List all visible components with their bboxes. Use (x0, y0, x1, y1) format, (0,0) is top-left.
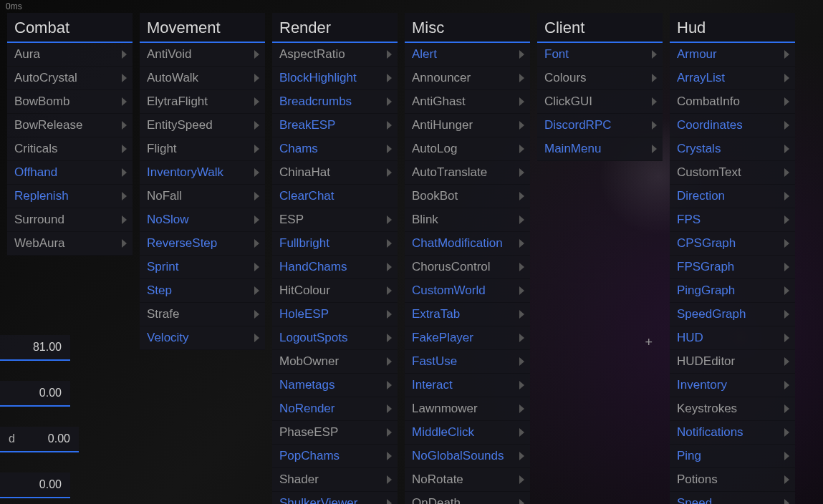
chevron-right-icon[interactable] (784, 475, 789, 484)
chevron-right-icon[interactable] (784, 74, 789, 82)
panel-item-discordrpc[interactable]: DiscordRPC (537, 114, 663, 137)
panel-item-blockhighlight[interactable]: BlockHighlight (272, 67, 398, 90)
panel-movement[interactable]: MovementAntiVoidAutoWalkElytraFlightEnti… (140, 13, 265, 350)
chevron-right-icon[interactable] (254, 310, 259, 319)
chevron-right-icon[interactable] (784, 334, 789, 342)
chevron-right-icon[interactable] (387, 334, 392, 342)
chevron-right-icon[interactable] (387, 145, 392, 153)
panel-item-interact[interactable]: Interact (405, 374, 530, 397)
chevron-right-icon[interactable] (784, 357, 789, 366)
panel-item-fps[interactable]: FPS (670, 208, 795, 232)
chevron-right-icon[interactable] (122, 215, 127, 224)
panel-item-mobowner[interactable]: MobOwner (272, 350, 398, 374)
panel-item-direction[interactable]: Direction (670, 185, 795, 208)
panel-header-client[interactable]: Client (537, 13, 663, 43)
chevron-right-icon[interactable] (254, 286, 259, 295)
chevron-right-icon[interactable] (387, 50, 392, 59)
chevron-right-icon[interactable] (784, 428, 789, 437)
panel-item-colours[interactable]: Colours (537, 67, 663, 90)
panel-item-reversestep[interactable]: ReverseStep (140, 232, 265, 256)
side-value-0[interactable]: 81.00 (0, 335, 70, 361)
chevron-right-icon[interactable] (254, 168, 259, 177)
chevron-right-icon[interactable] (387, 428, 392, 437)
chevron-right-icon[interactable] (519, 50, 524, 59)
panel-item-chams[interactable]: Chams (272, 137, 398, 161)
panel-item-inventorywalk[interactable]: InventoryWalk (140, 161, 265, 185)
chevron-right-icon[interactable] (254, 239, 259, 248)
panel-item-phaseesp[interactable]: PhaseESP (272, 421, 398, 445)
panel-item-bookbot[interactable]: BookBot (405, 185, 530, 208)
panel-hud[interactable]: HudArmourArrayListCombatInfoCoordinatesC… (670, 13, 795, 504)
chevron-right-icon[interactable] (519, 381, 524, 389)
chevron-right-icon[interactable] (519, 428, 524, 437)
panel-item-breakesp[interactable]: BreakESP (272, 114, 398, 137)
panel-item-fakeplayer[interactable]: FakePlayer (405, 326, 530, 350)
chevron-right-icon[interactable] (254, 74, 259, 82)
chevron-right-icon[interactable] (387, 74, 392, 82)
panel-item-ping[interactable]: Ping (670, 445, 795, 468)
panel-item-nametags[interactable]: Nametags (272, 374, 398, 397)
chevron-right-icon[interactable] (519, 239, 524, 248)
panel-item-notifications[interactable]: Notifications (670, 421, 795, 445)
chevron-right-icon[interactable] (784, 239, 789, 248)
panel-item-entityspeed[interactable]: EntitySpeed (140, 114, 265, 137)
chevron-right-icon[interactable] (387, 97, 392, 106)
panel-header-misc[interactable]: Misc (405, 13, 530, 43)
chevron-right-icon[interactable] (387, 168, 392, 177)
panel-item-shader[interactable]: Shader (272, 468, 398, 492)
panel-item-potions[interactable]: Potions (670, 468, 795, 492)
panel-item-autolog[interactable]: AutoLog (405, 137, 530, 161)
panel-item-webaura[interactable]: WebAura (7, 232, 133, 256)
panel-item-bowbomb[interactable]: BowBomb (7, 90, 133, 114)
panel-item-esp[interactable]: ESP (272, 208, 398, 232)
panel-item-keystrokes[interactable]: Keystrokes (670, 397, 795, 421)
chevron-right-icon[interactable] (387, 239, 392, 248)
panel-item-chatmodification[interactable]: ChatModification (405, 232, 530, 256)
chevron-right-icon[interactable] (519, 263, 524, 271)
chevron-right-icon[interactable] (784, 452, 789, 460)
chevron-right-icon[interactable] (519, 334, 524, 342)
panel-item-noglobalsounds[interactable]: NoGlobalSounds (405, 445, 530, 468)
chevron-right-icon[interactable] (387, 452, 392, 460)
chevron-right-icon[interactable] (652, 50, 657, 59)
chevron-right-icon[interactable] (519, 286, 524, 295)
panel-item-autocrystal[interactable]: AutoCrystal (7, 67, 133, 90)
panel-item-autotranslate[interactable]: AutoTranslate (405, 161, 530, 185)
chevron-right-icon[interactable] (122, 50, 127, 59)
chevron-right-icon[interactable] (652, 97, 657, 106)
chevron-right-icon[interactable] (254, 50, 259, 59)
panel-item-criticals[interactable]: Criticals (7, 137, 133, 161)
chevron-right-icon[interactable] (784, 145, 789, 153)
panel-item-armour[interactable]: Armour (670, 43, 795, 67)
panel-item-step[interactable]: Step (140, 279, 265, 303)
chevron-right-icon[interactable] (387, 263, 392, 271)
chevron-right-icon[interactable] (784, 499, 789, 504)
panel-header-hud[interactable]: Hud (670, 13, 795, 43)
panel-item-mainmenu[interactable]: MainMenu (537, 137, 663, 161)
panel-item-hudeditor[interactable]: HUDEditor (670, 350, 795, 374)
chevron-right-icon[interactable] (652, 121, 657, 130)
panel-item-autowalk[interactable]: AutoWalk (140, 67, 265, 90)
chevron-right-icon[interactable] (387, 404, 392, 413)
panel-item-fastuse[interactable]: FastUse (405, 350, 530, 374)
chevron-right-icon[interactable] (254, 97, 259, 106)
chevron-right-icon[interactable] (254, 215, 259, 224)
panel-item-choruscontrol[interactable]: ChorusControl (405, 256, 530, 279)
chevron-right-icon[interactable] (652, 145, 657, 153)
panel-item-surround[interactable]: Surround (7, 208, 133, 232)
chevron-right-icon[interactable] (784, 404, 789, 413)
panel-item-combatinfo[interactable]: CombatInfo (670, 90, 795, 114)
chevron-right-icon[interactable] (784, 97, 789, 106)
panel-item-ondeath[interactable]: OnDeath (405, 492, 530, 504)
panel-item-announcer[interactable]: Announcer (405, 67, 530, 90)
panel-item-fullbright[interactable]: Fullbright (272, 232, 398, 256)
chevron-right-icon[interactable] (387, 286, 392, 295)
panel-item-norotate[interactable]: NoRotate (405, 468, 530, 492)
side-value-2[interactable]: d0.00 (0, 427, 79, 452)
chevron-right-icon[interactable] (784, 286, 789, 295)
panel-item-shulkerviewer[interactable]: ShulkerViewer (272, 492, 398, 504)
chevron-right-icon[interactable] (519, 357, 524, 366)
chevron-right-icon[interactable] (519, 97, 524, 106)
chevron-right-icon[interactable] (122, 192, 127, 200)
chevron-right-icon[interactable] (122, 121, 127, 130)
